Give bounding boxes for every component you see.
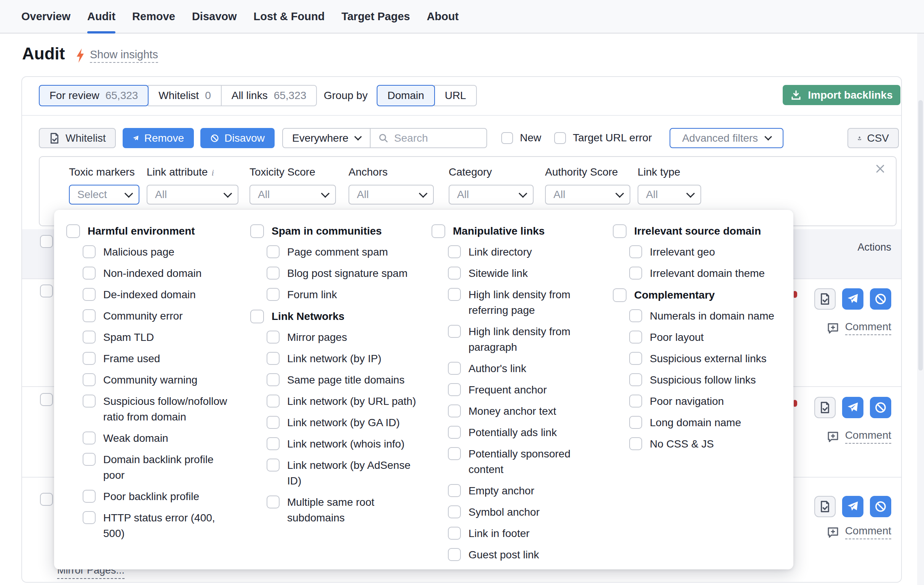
- item-checkbox[interactable]: [82, 309, 96, 322]
- item-checkbox[interactable]: [82, 453, 96, 466]
- export-csv-button[interactable]: CSV: [847, 128, 899, 148]
- item-checkbox[interactable]: [82, 352, 96, 365]
- row-whitelist-button[interactable]: [814, 288, 836, 310]
- item-checkbox[interactable]: [448, 527, 461, 540]
- show-insights-link[interactable]: Show insights: [90, 48, 158, 63]
- comment-link[interactable]: Comment: [827, 429, 891, 444]
- item-checkbox[interactable]: [448, 325, 461, 338]
- page-scrollbar[interactable]: [917, 33, 924, 585]
- item-checkbox[interactable]: [448, 548, 461, 561]
- row-remove-button[interactable]: [842, 288, 863, 310]
- item-checkbox[interactable]: [448, 447, 461, 460]
- filter-select[interactable]: All: [249, 185, 336, 204]
- item-checkbox[interactable]: [448, 383, 461, 396]
- tab-for-review[interactable]: For review 65,323: [39, 85, 148, 106]
- filter-select[interactable]: All: [449, 185, 534, 204]
- item-checkbox[interactable]: [448, 245, 461, 258]
- item-checkbox[interactable]: [629, 395, 642, 407]
- item-checkbox[interactable]: [267, 267, 280, 280]
- row-checkbox[interactable]: [40, 493, 53, 506]
- item-checkbox[interactable]: [82, 490, 96, 503]
- disavow-button[interactable]: Disavow: [200, 128, 275, 148]
- item-checkbox[interactable]: [448, 404, 461, 417]
- item-checkbox[interactable]: [267, 245, 280, 258]
- group-checkbox[interactable]: [613, 224, 627, 238]
- group-by-domain[interactable]: Domain: [377, 85, 435, 106]
- row-disavow-button[interactable]: [870, 496, 891, 517]
- row-whitelist-button[interactable]: [814, 496, 836, 517]
- item-checkbox[interactable]: [448, 426, 461, 439]
- item-checkbox[interactable]: [448, 288, 461, 301]
- row-whitelist-button[interactable]: [814, 397, 836, 418]
- item-checkbox[interactable]: [267, 395, 280, 407]
- tab-all-links[interactable]: All links 65,323: [221, 85, 317, 106]
- comment-link[interactable]: Comment: [827, 525, 891, 539]
- advanced-filters-button[interactable]: Advanced filters: [670, 128, 784, 148]
- item-checkbox[interactable]: [448, 362, 461, 375]
- item-checkbox[interactable]: [448, 505, 461, 518]
- item-checkbox[interactable]: [629, 245, 642, 258]
- item-checkbox[interactable]: [267, 496, 280, 508]
- row-remove-button[interactable]: [842, 397, 863, 418]
- group-checkbox[interactable]: [432, 224, 445, 238]
- item-checkbox[interactable]: [629, 373, 642, 386]
- search-input[interactable]: Search: [371, 129, 487, 147]
- item-checkbox[interactable]: [82, 432, 96, 445]
- close-filters-icon[interactable]: [874, 163, 886, 175]
- filter-select[interactable]: All: [545, 185, 630, 204]
- new-checkbox[interactable]: [501, 132, 513, 144]
- item-checkbox[interactable]: [267, 437, 280, 450]
- item-checkbox[interactable]: [82, 288, 96, 301]
- item-checkbox[interactable]: [267, 331, 280, 344]
- group-checkbox[interactable]: [66, 224, 80, 238]
- nav-remove[interactable]: Remove: [132, 0, 175, 33]
- row-disavow-button[interactable]: [870, 288, 891, 310]
- item-checkbox[interactable]: [82, 373, 96, 386]
- item-checkbox[interactable]: [267, 458, 280, 471]
- filter-select[interactable]: Select: [69, 185, 139, 204]
- filter-select[interactable]: All: [638, 185, 701, 204]
- row-remove-button[interactable]: [842, 496, 863, 517]
- item-checkbox[interactable]: [82, 331, 96, 344]
- group-checkbox[interactable]: [250, 310, 264, 323]
- scrollbar-thumb[interactable]: [918, 100, 923, 371]
- remove-button[interactable]: Remove: [123, 128, 194, 148]
- group-checkbox[interactable]: [613, 288, 627, 302]
- nav-disavow[interactable]: Disavow: [192, 0, 237, 33]
- scope-select[interactable]: Everywhere: [283, 129, 371, 147]
- item-checkbox[interactable]: [267, 416, 280, 429]
- item-checkbox[interactable]: [82, 511, 96, 524]
- item-checkbox[interactable]: [82, 267, 96, 280]
- nav-about[interactable]: About: [427, 0, 459, 33]
- item-checkbox[interactable]: [629, 267, 642, 280]
- item-checkbox[interactable]: [448, 484, 461, 497]
- item-checkbox[interactable]: [82, 395, 96, 407]
- nav-lost-and-found[interactable]: Lost & Found: [254, 0, 325, 33]
- whitelist-button[interactable]: Whitelist: [39, 128, 116, 148]
- filter-select[interactable]: All: [348, 185, 434, 204]
- item-checkbox[interactable]: [267, 373, 280, 386]
- nav-audit[interactable]: Audit: [87, 0, 116, 33]
- item-checkbox[interactable]: [267, 288, 280, 301]
- item-checkbox[interactable]: [629, 352, 642, 365]
- group-checkbox[interactable]: [250, 224, 264, 238]
- row-checkbox[interactable]: [40, 393, 53, 406]
- item-checkbox[interactable]: [629, 416, 642, 429]
- item-checkbox[interactable]: [629, 437, 642, 450]
- comment-link[interactable]: Comment: [827, 321, 891, 335]
- tab-whitelist[interactable]: Whitelist 0: [148, 85, 221, 106]
- target-url-error-checkbox[interactable]: [554, 132, 566, 144]
- item-checkbox[interactable]: [629, 331, 642, 344]
- nav-overview[interactable]: Overview: [21, 0, 71, 33]
- filter-select[interactable]: All: [147, 185, 238, 204]
- nav-target-pages[interactable]: Target Pages: [341, 0, 410, 33]
- row-disavow-button[interactable]: [870, 397, 891, 418]
- row-checkbox[interactable]: [40, 285, 53, 297]
- item-checkbox[interactable]: [267, 352, 280, 365]
- import-backlinks-button[interactable]: Import backlinks: [783, 85, 900, 105]
- group-by-url[interactable]: URL: [434, 85, 477, 106]
- item-checkbox[interactable]: [82, 245, 96, 258]
- item-checkbox[interactable]: [448, 267, 461, 280]
- select-all-checkbox[interactable]: [40, 235, 53, 248]
- item-checkbox[interactable]: [629, 309, 642, 322]
